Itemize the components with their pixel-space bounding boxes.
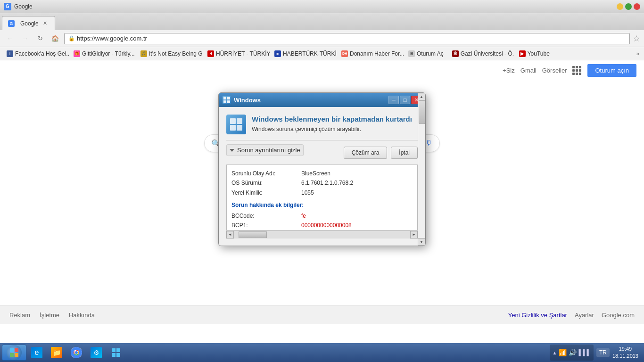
horizontal-scrollbar[interactable]: ◄ ►: [226, 230, 418, 238]
bookmark-facebook[interactable]: f Facebook'a Hoş Gel...: [3, 49, 69, 58]
taskbar-chrome[interactable]: [67, 345, 86, 361]
clock-date: 18.11.2013: [612, 353, 638, 360]
bookmarks-bar: f Facebook'a Hoş Gel... 🎁 GittiGidiyor -…: [0, 47, 644, 60]
bookmark-star-icon[interactable]: ☆: [633, 33, 640, 44]
bookmark-icon: ⊞: [408, 50, 415, 57]
gorseller-link[interactable]: Görseller: [542, 67, 567, 74]
dialog-window-controls: ─ □ ✕: [388, 96, 421, 104]
bookmark-hurriyet[interactable]: H HÜRRİYET - TÜRKİY...: [204, 49, 270, 58]
footer-left: Reklam İşletme Hakkında: [9, 312, 95, 319]
bookmark-gittigidiyor[interactable]: 🎁 GittiGidiyor - Türkiy...: [70, 49, 136, 58]
detail-label: Yerel Kimlik:: [231, 188, 297, 197]
signal-icon[interactable]: ▌▌▌: [578, 349, 591, 356]
bookmark-label: Gazi Üniversitesi - Ö...: [461, 50, 514, 57]
bookmark-label: YouTube: [528, 50, 550, 57]
cozum-ara-button[interactable]: Çözüm ara: [344, 147, 388, 159]
url-bar[interactable]: 🔒 https://www.google.com.tr: [64, 33, 630, 44]
bookmark-youtube[interactable]: ▶ YouTube: [515, 49, 553, 58]
bookmark-notez[interactable]: 🎵 It's Not Easy Being G...: [137, 49, 203, 58]
details-toggle-label: Sorun ayrıntılarını gizle: [237, 147, 300, 154]
footer-ayarlar[interactable]: Ayarlar: [575, 312, 594, 319]
details-content-area: Sorunlu Olay Adı: BlueScreen OS Sürümü: …: [226, 165, 418, 230]
scrollbar-down-button[interactable]: ▼: [418, 238, 425, 246]
vertical-scrollbar[interactable]: ▲ ▼: [418, 93, 425, 246]
gmail-link[interactable]: Gmail: [520, 67, 537, 74]
bookmark-label: GittiGidiyor - Türkiy...: [82, 50, 135, 57]
bookmarks-more-button[interactable]: »: [634, 49, 641, 58]
start-orb-icon: [7, 345, 22, 360]
forward-button[interactable]: →: [19, 33, 31, 45]
bookmark-haberturk[interactable]: HT HABERTÜRK-TÜRKİ...: [271, 49, 337, 58]
ie-icon: e: [31, 347, 42, 358]
footer-hakkinda[interactable]: Hakkında: [69, 312, 95, 319]
tab-favicon: G: [8, 20, 15, 27]
language-button[interactable]: TR: [596, 348, 610, 357]
clock-time: 19:49: [612, 346, 638, 353]
apps-grid-icon[interactable]: [572, 66, 582, 75]
bookmark-icon: 🏛: [452, 50, 459, 57]
taskbar-explorer[interactable]: 📁: [47, 345, 66, 361]
network-icon[interactable]: 📶: [559, 349, 567, 356]
scrollbar-up-button[interactable]: ▲: [418, 93, 425, 100]
plus-siz-link[interactable]: +Siz: [503, 67, 515, 74]
volume-icon[interactable]: 🔊: [569, 349, 577, 356]
bookmark-donanim[interactable]: DH Donanım Haber For...: [338, 49, 404, 58]
svg-point-15: [75, 351, 78, 354]
active-tab[interactable]: G Google ✕: [2, 16, 55, 30]
details-panel: Sorunlu Olay Adı: BlueScreen OS Sürümü: …: [226, 165, 418, 238]
close-browser-button[interactable]: [634, 3, 640, 10]
footer-gizlilik[interactable]: Yeni Gizlilik ve Şartlar: [508, 312, 567, 319]
footer-isletme[interactable]: İşletme: [40, 312, 59, 319]
detail-label: BCCode:: [231, 211, 297, 221]
svg-rect-0: [223, 97, 226, 99]
bookmark-oturum[interactable]: ⊞ Oturum Aç: [405, 49, 447, 58]
explorer-icon: 📁: [51, 347, 62, 358]
hscroll-left-button[interactable]: ◄: [226, 231, 234, 239]
bookmark-icon: ▶: [519, 50, 526, 57]
taskbar-setup[interactable]: ⚙: [87, 345, 106, 361]
hscroll-thumb[interactable]: [239, 231, 267, 238]
svg-rect-7: [237, 125, 242, 131]
address-bar: ← → ↻ 🏠 🔒 https://www.google.com.tr ☆: [0, 30, 644, 47]
taskbar-right: ▲ 📶 🔊 ▌▌▌ TR 19:49 18.11.2013: [550, 345, 642, 361]
tab-close-button[interactable]: ✕: [41, 20, 49, 27]
mic-icon[interactable]: 🎙: [425, 139, 433, 148]
maximize-button[interactable]: [625, 3, 632, 10]
chrome-icon: [71, 347, 82, 358]
back-button[interactable]: ←: [4, 33, 16, 45]
taskbar: e 📁 ⚙: [0, 343, 644, 362]
minimize-button[interactable]: [617, 3, 623, 10]
tab-title: Google: [14, 3, 617, 10]
lock-icon: 🔒: [68, 35, 75, 41]
hscroll-right-button[interactable]: ►: [410, 231, 418, 239]
tray-arrow-icon[interactable]: ▲: [553, 350, 557, 355]
footer-reklam[interactable]: Reklam: [9, 312, 30, 319]
detail-row-sorunlu: Sorunlu Olay Adı: BlueScreen: [231, 169, 413, 178]
dialog-maximize-button[interactable]: □: [400, 96, 410, 104]
tab-bar: G Google ✕: [0, 13, 644, 30]
detail-row-os: OS Sürümü: 6.1.7601.2.1.0.768.2: [231, 178, 413, 188]
windows-dialog: Windows ─ □ ✕: [218, 92, 426, 246]
signin-button[interactable]: Oturum açın: [587, 64, 636, 77]
scrollbar-thumb[interactable]: [419, 100, 425, 124]
detail-value: 1055: [301, 188, 314, 197]
bookmark-icon: 🎁: [74, 50, 80, 57]
iptal-button[interactable]: İptal: [391, 147, 418, 159]
bookmark-icon: DH: [341, 50, 348, 57]
taskbar-ie[interactable]: e: [27, 345, 46, 361]
taskbar-windows[interactable]: [107, 345, 125, 361]
detail-row-bccode: BCCode: fe: [231, 211, 413, 221]
details-toggle-button[interactable]: Sorun ayrıntılarını gizle: [226, 144, 304, 156]
google-footer: Reklam İşletme Hakkında Yeni Gizlilik ve…: [0, 305, 644, 324]
setup-icon: ⚙: [91, 347, 102, 358]
reload-button[interactable]: ↻: [34, 33, 46, 45]
start-button[interactable]: [2, 345, 26, 361]
footer-googlecom[interactable]: Google.com: [602, 312, 635, 319]
dialog-minimize-button[interactable]: ─: [388, 96, 399, 104]
bookmark-gazi[interactable]: 🏛 Gazi Üniversitesi - Ö...: [448, 49, 514, 58]
home-button[interactable]: 🏠: [49, 33, 61, 45]
svg-rect-8: [10, 348, 14, 352]
svg-rect-16: [112, 348, 116, 352]
detail-label: OS Sürümü:: [231, 178, 297, 188]
svg-rect-18: [112, 353, 116, 357]
